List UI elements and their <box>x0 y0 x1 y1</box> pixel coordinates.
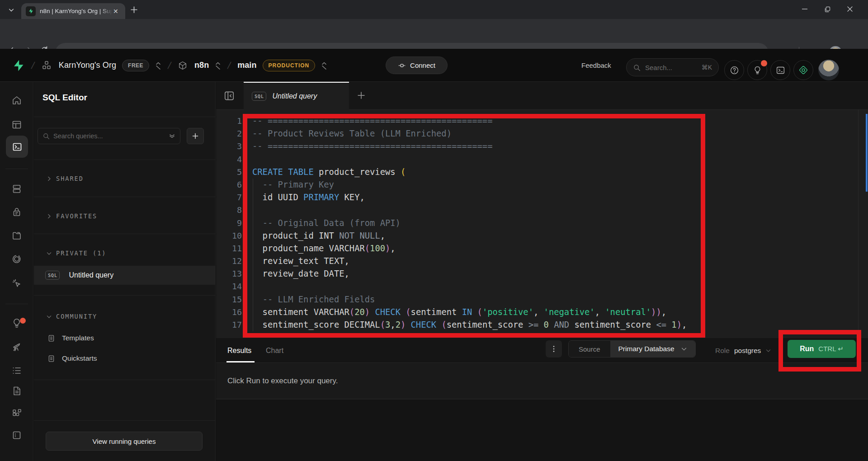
project-name[interactable]: n8n <box>194 61 209 70</box>
nav-integrations-icon[interactable] <box>0 408 33 419</box>
chevron-right-icon <box>46 176 52 182</box>
nav-reports-icon[interactable] <box>0 341 33 352</box>
sql-sidebar: SQL Editor Search queries... SHARED FAVO… <box>34 82 216 461</box>
search-icon <box>633 64 641 71</box>
view-running-queries-button[interactable]: View running queries <box>46 432 203 451</box>
advisor-alert-dot <box>20 318 26 324</box>
connect-button[interactable]: Connect <box>386 56 448 74</box>
plug-icon <box>398 61 406 70</box>
lightbulb-icon <box>753 66 762 75</box>
terminal-button[interactable] <box>770 60 790 80</box>
search-icon <box>42 132 50 140</box>
nav-advisors-icon[interactable] <box>0 318 33 329</box>
search-queries-input[interactable]: Search queries... <box>38 128 180 144</box>
chevron-down-icon <box>765 348 771 353</box>
editor-main: SQL Untitled query 123456789101112131415… <box>216 82 868 461</box>
tab-search-button[interactable] <box>4 4 19 16</box>
global-search[interactable]: Search... ⌘K <box>626 58 719 76</box>
maximize-icon[interactable] <box>825 6 830 12</box>
chevron-down-icon <box>681 346 687 352</box>
help-button[interactable] <box>724 60 744 80</box>
editor-tab-untitled-query[interactable]: SQL Untitled query <box>244 82 349 110</box>
role-selector[interactable]: Role postgres <box>715 338 771 363</box>
new-tab-button[interactable] <box>130 6 138 14</box>
run-shortcut: CTRL ↵ <box>818 345 843 353</box>
tab-chart[interactable]: Chart <box>266 338 283 363</box>
sidebar-item-quickstarts[interactable]: Quickstarts <box>34 351 216 366</box>
search-queries-placeholder: Search queries... <box>53 132 169 140</box>
project-icon <box>178 61 188 71</box>
nav-table-editor-icon[interactable] <box>0 119 33 130</box>
run-button[interactable]: Run CTRL ↵ <box>788 340 856 358</box>
nav-sql-editor-icon[interactable] <box>6 136 28 158</box>
branch-switcher-icon[interactable] <box>321 61 327 70</box>
tab-close-icon[interactable]: ✕ <box>113 8 118 15</box>
nav-database-icon[interactable] <box>0 183 33 194</box>
nav-settings-icon[interactable] <box>0 430 33 441</box>
plus-icon <box>192 132 199 140</box>
browser-tab-strip: n8n | KarnYong's Org | Supabas ✕ <box>0 0 868 19</box>
database-dropdown[interactable]: Primary Database <box>610 341 695 357</box>
document-icon <box>47 334 55 342</box>
editor-scrollbar[interactable] <box>866 114 868 192</box>
browser-toolbar: supabase.com/dashboard/project/gxsnhxwkl… <box>0 19 868 49</box>
code-editor[interactable]: 1234567891011121314151617 -- ===========… <box>216 110 868 338</box>
query-list-item[interactable]: SQL Untitled query <box>34 266 216 285</box>
user-avatar[interactable] <box>818 60 839 80</box>
chevron-down-icon <box>8 7 14 13</box>
kebab-icon <box>550 345 557 353</box>
role-label: Role <box>715 347 730 355</box>
chevron-right-icon <box>46 213 52 219</box>
org-plan-badge: FREE <box>122 60 149 71</box>
sort-icon[interactable] <box>169 133 175 140</box>
rail-divider <box>5 169 28 169</box>
org-name[interactable]: KarnYong's Org <box>59 61 116 70</box>
chevron-down-icon <box>46 314 52 320</box>
nav-realtime-icon[interactable] <box>0 254 33 264</box>
search-shortcut: ⌘K <box>702 64 712 71</box>
role-value: postgres <box>734 347 761 355</box>
chevron-down-icon <box>46 250 52 256</box>
results-toolbar: Results Chart Source Primary Database Ro… <box>216 338 868 363</box>
app-header: / KarnYong's Org FREE / n8n / main PRODU… <box>0 49 868 82</box>
notification-dot <box>761 60 767 66</box>
source-label: Source <box>569 341 610 357</box>
results-body <box>216 400 868 461</box>
sidebar-title: SQL Editor <box>42 93 87 103</box>
section-community[interactable]: COMMUNITY <box>34 310 216 323</box>
new-editor-tab-button[interactable] <box>357 91 366 100</box>
editor-tab-bar: SQL Untitled query <box>216 82 868 110</box>
org-switcher-icon[interactable] <box>155 61 161 70</box>
nav-home-icon[interactable] <box>0 95 33 106</box>
nav-api-docs-icon[interactable] <box>0 386 33 396</box>
branch-badge: PRODUCTION <box>263 60 316 71</box>
sidebar-item-templates[interactable]: Templates <box>34 330 216 346</box>
tab-results[interactable]: Results <box>227 338 251 363</box>
results-empty-state: Click Run to execute your query. <box>216 363 868 399</box>
nav-logs-icon[interactable] <box>0 365 33 376</box>
database-selector[interactable]: Source Primary Database <box>568 340 696 358</box>
rail-divider <box>5 304 28 304</box>
project-switcher-icon[interactable] <box>215 61 221 70</box>
collapse-sidebar-button[interactable] <box>223 90 235 102</box>
nav-storage-icon[interactable] <box>0 230 33 241</box>
new-query-button[interactable] <box>187 128 204 144</box>
section-private[interactable]: PRIVATE (1) <box>34 247 216 259</box>
branch-name[interactable]: main <box>237 61 256 70</box>
section-favorites[interactable]: FAVORITES <box>34 210 216 222</box>
nav-rail <box>0 82 33 461</box>
code-lines: -- =====================================… <box>252 115 687 331</box>
supabase-logo[interactable] <box>12 59 25 72</box>
minimize-icon[interactable] <box>802 6 808 12</box>
tab-title: n8n | KarnYong's Org | Supabas <box>40 8 112 14</box>
nav-edge-functions-icon[interactable] <box>0 278 33 289</box>
section-shared[interactable]: SHARED <box>34 172 216 185</box>
assistant-button[interactable] <box>793 60 813 80</box>
browser-tab[interactable]: n8n | KarnYong's Org | Supabas ✕ <box>21 3 125 19</box>
nav-auth-icon[interactable] <box>0 207 33 217</box>
search-placeholder: Search... <box>645 64 702 71</box>
notifications-button[interactable] <box>747 60 767 80</box>
feedback-button[interactable]: Feedback <box>581 49 611 82</box>
results-menu-button[interactable] <box>546 340 562 358</box>
close-icon[interactable] <box>847 6 853 12</box>
